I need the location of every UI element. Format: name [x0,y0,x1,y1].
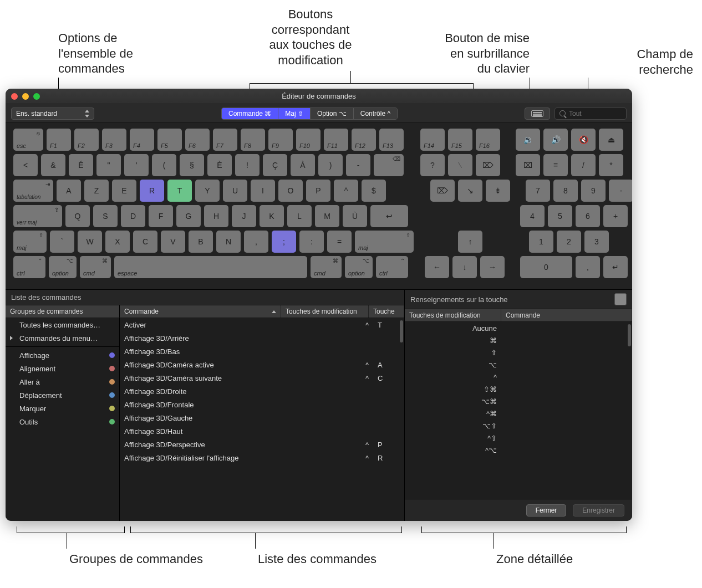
key-info-row[interactable]: ⌘ [405,334,632,346]
header-key-modifiers[interactable]: Touches de modification [405,309,501,321]
header-key-command[interactable]: Commande [501,309,632,321]
group-row[interactable]: Marquer [6,402,119,415]
key-capslock[interactable]: ⇪verr maj [13,205,62,227]
key-num2[interactable]: 2 [557,231,581,253]
key[interactable]: ^ [334,180,358,202]
key-f10[interactable]: F10 [296,129,321,151]
key-f8[interactable]: F8 [241,129,265,151]
key-space[interactable]: espace [114,256,307,278]
key-info-row[interactable]: ⇧⌘ [405,383,632,395]
command-row[interactable]: Affichage 3D/Gauche [120,411,404,425]
key-right-option[interactable]: ⌥option [345,256,373,278]
key-num6[interactable]: 6 [576,205,600,227]
command-row[interactable]: Affichage 3D/Bas [120,345,404,358]
key-right-shift[interactable]: ⇧maj [355,231,414,253]
key[interactable]: È [207,154,232,176]
key[interactable]: Ù [343,205,367,227]
modifier-option-button[interactable]: Option ⌥ [311,108,354,119]
key-f15[interactable]: F15 [448,129,472,151]
header-command[interactable]: Commande [120,305,281,318]
key-num3[interactable]: 3 [584,231,609,253]
key-m[interactable]: M [315,205,339,227]
key-equals[interactable]: = [543,154,568,176]
key-f12[interactable]: F12 [352,129,376,151]
group-row[interactable]: Affichage [6,349,119,362]
command-row[interactable]: Affichage 3D/Perspective^P [120,438,404,451]
key[interactable]: ! [235,154,260,176]
key-f2[interactable]: F2 [74,129,99,151]
key[interactable]: ( [152,154,176,176]
group-row[interactable]: Outils [6,415,119,428]
key-colon[interactable]: : [299,231,324,253]
key-h[interactable]: H [204,205,228,227]
key[interactable]: ⌦ [476,154,500,176]
key[interactable]: ' [124,154,149,176]
group-row[interactable]: Aller à [6,375,119,388]
header-groups[interactable]: Groupes de commandes [6,305,120,318]
key-n[interactable]: N [216,231,241,253]
header-modifiers[interactable]: Touches de modification [281,305,369,318]
key-l[interactable]: L [287,205,312,227]
key-info-row[interactable]: ^⌘ [405,407,632,420]
key-tab[interactable]: ⇥tabulation [13,180,53,202]
key-z[interactable]: Z [84,180,109,202]
key-f16[interactable]: F16 [476,129,500,151]
key-left-ctrl[interactable]: ⌃ctrl [13,256,45,278]
key-esc[interactable]: ⎋esc [13,129,43,151]
modifier-shift-button[interactable]: Maj ⇧ [278,108,311,119]
command-row[interactable]: Affichage 3D/Arrière [120,331,404,345]
key-f11[interactable]: F11 [324,129,348,151]
command-row[interactable]: Affichage 3D/Caméra active^A [120,358,404,371]
key-arrow-right[interactable]: → [480,256,505,278]
key-info-row[interactable]: ^ [405,371,632,383]
modifier-control-button[interactable]: Contrôle ^ [354,108,397,119]
key[interactable]: " [96,154,121,176]
key-numenter[interactable]: ↵ [603,256,628,278]
key-info-row[interactable]: ⇧ [405,346,632,359]
key-eject[interactable]: ⏏ [599,129,623,151]
command-row[interactable]: Affichage 3D/Haut [120,425,404,438]
key[interactable]: Ç [263,154,287,176]
key[interactable]: ? [420,154,445,176]
key-f7[interactable]: F7 [213,129,237,151]
key-f13[interactable]: F13 [379,129,404,151]
key-semicolon[interactable]: ; [272,231,296,253]
key-num8[interactable]: 8 [553,180,578,202]
close-button[interactable]: Fermer [526,504,567,517]
key-x[interactable]: X [105,231,130,253]
key-j[interactable]: J [232,205,256,227]
key-pgdn[interactable]: ⇟ [486,180,510,202]
key-eq[interactable]: = [327,231,352,253]
key-o[interactable]: O [278,180,303,202]
key-arrow-up[interactable]: ↑ [458,231,482,253]
key-d[interactable]: D [121,205,145,227]
key-info-row[interactable]: ⌥⌘ [405,395,632,407]
key-info-row[interactable]: ⌥ [405,359,632,371]
key-p[interactable]: P [306,180,330,202]
key-k[interactable]: K [260,205,284,227]
key-mute[interactable]: 🔇 [571,129,596,151]
command-row[interactable]: Affichage 3D/Caméra suivante^C [120,371,404,385]
key-left-option[interactable]: ⌥option [49,256,77,278]
key-y[interactable]: Y [195,180,220,202]
command-set-popup[interactable]: Ens. standard [11,108,94,120]
key[interactable]: ﹨ [448,154,472,176]
key-numlock[interactable]: ⌧ [516,154,540,176]
key-comma[interactable]: , [244,231,268,253]
key-star[interactable]: * [599,154,623,176]
command-row[interactable]: Affichage 3D/Droite [120,385,404,398]
key-color-well[interactable] [614,293,627,305]
key-f[interactable]: F [149,205,173,227]
key-f5[interactable]: F5 [157,129,182,151]
key[interactable]: & [41,154,65,176]
key-f6[interactable]: F6 [185,129,210,151]
key-right-ctrl[interactable]: ⌃ctrl [376,256,408,278]
key-info-row[interactable]: ^⇧ [405,432,632,444]
key-i[interactable]: I [251,180,275,202]
key-end[interactable]: ↘ [458,180,482,202]
key-arrow-down[interactable]: ↓ [452,256,477,278]
key-num9[interactable]: 9 [581,180,606,202]
key-t[interactable]: T [167,180,192,202]
key-num4[interactable]: 4 [520,205,545,227]
key-slash[interactable]: / [571,154,596,176]
